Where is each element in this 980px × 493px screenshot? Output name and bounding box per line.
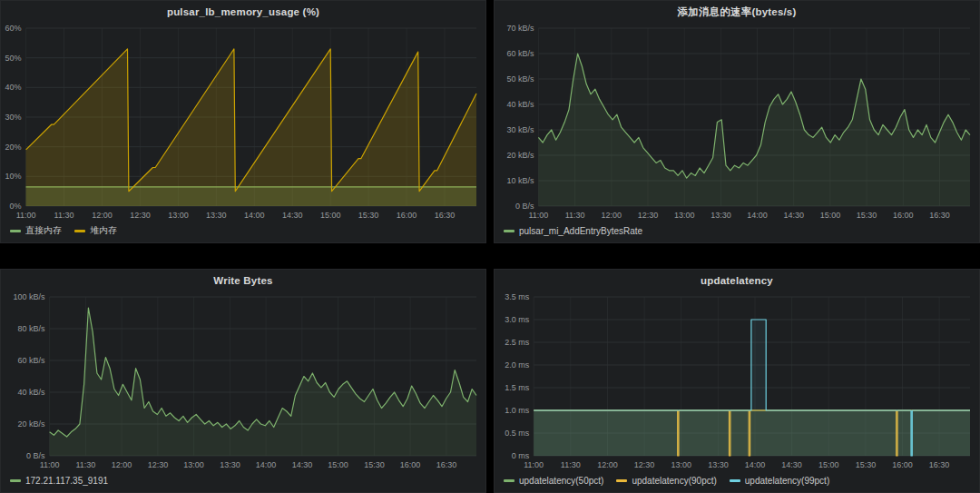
svg-text:12:00: 12:00 [602,211,622,220]
svg-text:12:00: 12:00 [112,460,132,469]
svg-text:1.0 ms: 1.0 ms [505,406,530,415]
svg-text:13:00: 13:00 [674,211,695,220]
svg-text:40%: 40% [5,83,22,92]
svg-text:15:30: 15:30 [857,211,877,220]
svg-text:14:30: 14:30 [282,211,303,220]
add-entry-bytes-rate-chart[interactable]: 11:0011:3012:0012:3013:0013:3014:0014:30… [495,23,979,222]
svg-text:13:00: 13:00 [671,460,691,469]
legend-item[interactable]: updatelatency(90pct) [616,476,716,486]
svg-text:0%: 0% [10,202,22,211]
svg-text:30 kB/s: 30 kB/s [506,125,534,134]
legend-label: 172.21.117.35_9191 [25,476,108,486]
svg-text:12:30: 12:30 [638,211,659,220]
svg-text:3.0 ms: 3.0 ms [505,315,530,324]
svg-text:12:00: 12:00 [597,460,618,469]
svg-text:20%: 20% [5,143,22,152]
svg-text:0.5 ms: 0.5 ms [505,429,530,438]
series-swatch [504,479,514,482]
panel-memory-usage: pulsar_lb_memory_usage (%) 11:0011:3012:… [0,0,486,243]
dashboard: pulsar_lb_memory_usage (%) 11:0011:3012:… [0,0,980,493]
chart-area: 11:0011:3012:0012:3013:0013:3014:0014:30… [495,291,979,472]
svg-text:11:30: 11:30 [565,211,585,220]
svg-text:15:30: 15:30 [364,460,385,469]
panel-title[interactable]: 添加消息的速率(bytes/s) [495,1,979,23]
svg-text:11:30: 11:30 [561,460,581,469]
legend: updatelatency(50pct) updatelatency(90pct… [495,472,979,492]
chart-area: 11:0011:3012:0012:3013:0013:3014:0014:30… [1,23,485,222]
series-swatch [10,230,21,232]
svg-text:14:00: 14:00 [244,211,265,220]
panel-updatelatency: updatelatency 11:0011:3012:0012:3013:001… [494,269,980,493]
panel-title[interactable]: pulsar_lb_memory_usage (%) [1,1,485,23]
legend-label: updatelatency(50pct) [519,476,603,486]
svg-text:16:00: 16:00 [397,211,417,220]
legend-item[interactable]: pulsar_mi_AddEntryBytesRate [504,226,642,236]
svg-text:11:00: 11:00 [16,211,36,220]
legend: pulsar_mi_AddEntryBytesRate [495,222,979,242]
svg-text:11:00: 11:00 [40,460,60,469]
legend-label: 直接内存 [25,224,62,237]
legend-item[interactable]: updatelatency(50pct) [504,476,603,486]
legend-item[interactable]: 直接内存 [10,224,62,237]
svg-text:0 B/s: 0 B/s [26,451,45,460]
legend-label: updatelatency(90pct) [632,476,716,486]
svg-text:15:30: 15:30 [358,211,379,220]
svg-text:60 kB/s: 60 kB/s [506,49,534,58]
legend-item[interactable]: updatelatency(99pct) [730,476,829,486]
svg-text:15:00: 15:00 [328,460,348,469]
svg-text:50%: 50% [5,54,22,63]
svg-text:11:00: 11:00 [528,211,548,220]
series-swatch [616,479,627,482]
svg-text:12:30: 12:30 [148,460,169,469]
svg-text:20 kB/s: 20 kB/s [506,151,534,160]
memory-usage-chart[interactable]: 11:0011:3012:0012:3013:0013:3014:0014:30… [1,23,485,222]
svg-text:16:30: 16:30 [929,460,950,469]
svg-text:16:00: 16:00 [893,211,914,220]
legend-item[interactable]: 172.21.117.35_9191 [10,476,108,486]
legend-label: 堆内存 [90,224,117,237]
svg-text:13:30: 13:30 [708,460,729,469]
svg-text:11:30: 11:30 [54,211,74,220]
svg-text:12:30: 12:30 [130,211,151,220]
panel-title[interactable]: updatelatency [495,270,979,291]
legend: 直接内存 堆内存 [1,222,485,242]
svg-text:14:30: 14:30 [783,211,804,220]
svg-text:14:00: 14:00 [745,460,766,469]
svg-text:10 kB/s: 10 kB/s [506,176,534,185]
panel-title[interactable]: Write Bytes [1,270,485,291]
svg-text:12:00: 12:00 [92,211,113,220]
svg-text:13:30: 13:30 [220,460,240,469]
svg-text:70 kB/s: 70 kB/s [506,24,534,33]
write-bytes-chart[interactable]: 11:0011:3012:0012:3013:0013:3014:0014:30… [1,291,485,472]
svg-text:11:00: 11:00 [524,460,544,469]
svg-text:0 B/s: 0 B/s [515,202,534,211]
legend-label: updatelatency(99pct) [745,476,829,486]
chart-area: 11:0011:3012:0012:3013:0013:3014:0014:30… [495,23,979,222]
svg-text:16:00: 16:00 [400,460,421,469]
svg-text:15:00: 15:00 [818,460,839,469]
updatelatency-chart[interactable]: 11:0011:3012:0012:3013:0013:3014:0014:30… [495,291,979,472]
svg-text:13:00: 13:00 [183,460,204,469]
svg-text:100 kB/s: 100 kB/s [14,292,46,301]
svg-text:2.5 ms: 2.5 ms [505,338,530,347]
svg-text:14:30: 14:30 [292,460,313,469]
legend-label: pulsar_mi_AddEntryBytesRate [519,226,642,236]
svg-text:0 ms: 0 ms [512,451,530,460]
panel-add-entry-bytes-rate: 添加消息的速率(bytes/s) 11:0011:3012:0012:3013:… [494,0,980,243]
svg-text:13:30: 13:30 [710,211,731,220]
series-swatch [730,479,740,482]
svg-text:40 kB/s: 40 kB/s [506,100,534,109]
svg-text:60 kB/s: 60 kB/s [18,356,46,365]
legend-item[interactable]: 堆内存 [74,224,117,237]
svg-text:15:30: 15:30 [856,460,877,469]
svg-text:50 kB/s: 50 kB/s [506,74,534,84]
svg-text:30%: 30% [5,113,22,122]
svg-text:16:00: 16:00 [892,460,913,469]
legend: 172.21.117.35_9191 [1,472,485,492]
panel-write-bytes: Write Bytes 11:0011:3012:0012:3013:0013:… [0,269,486,493]
svg-text:15:00: 15:00 [820,211,841,220]
svg-text:11:30: 11:30 [75,460,95,469]
chart-area: 11:0011:3012:0012:3013:0013:3014:0014:30… [1,291,485,472]
series-swatch [504,230,514,232]
svg-text:16:30: 16:30 [929,211,950,220]
